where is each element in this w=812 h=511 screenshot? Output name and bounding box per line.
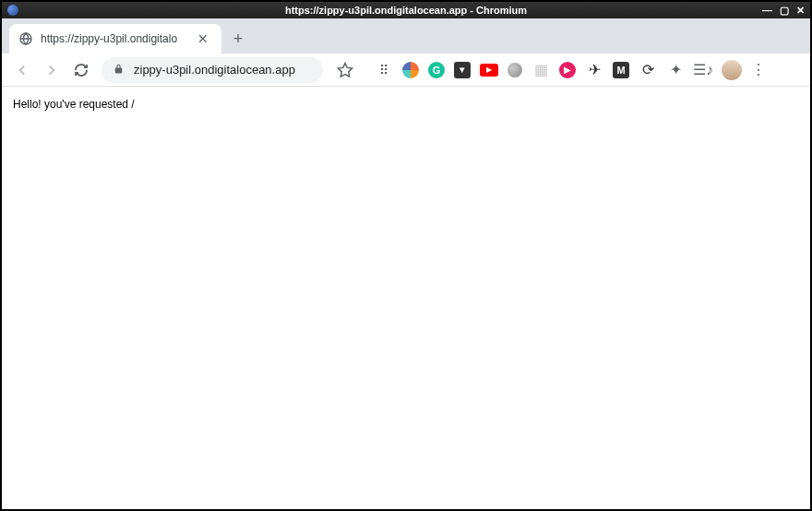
- maximize-button[interactable]: ▢: [780, 6, 789, 16]
- window-controls: — ▢ ✕: [762, 6, 805, 16]
- close-tab-button[interactable]: ✕: [196, 31, 210, 46]
- window-title: https://zippy-u3pil.ondigitalocean.app -…: [285, 5, 527, 16]
- rocket-icon[interactable]: ✈: [585, 61, 603, 79]
- tab-strip: https://zippy-u3pil.ondigitalo ✕ +: [2, 18, 810, 53]
- m-extension-icon[interactable]: M: [613, 62, 629, 78]
- reading-list-icon[interactable]: ☰♪: [694, 61, 712, 79]
- close-window-button[interactable]: ✕: [796, 6, 805, 16]
- globe-icon: [18, 31, 33, 46]
- reload-button[interactable]: [68, 57, 94, 83]
- lock-icon: [113, 63, 125, 77]
- profile-avatar[interactable]: [722, 60, 742, 80]
- back-button[interactable]: [9, 57, 35, 83]
- minimize-button[interactable]: —: [762, 6, 772, 16]
- color-extension-icon[interactable]: [402, 62, 419, 78]
- browser-window: https://zippy-u3pil.ondigitalocean.app -…: [0, 0, 812, 511]
- extensions-area: ⠿ G ▾ ▶ ▦ ▶ ✈ M ⟳ ✦ ☰♪: [375, 60, 742, 80]
- pocket-icon[interactable]: ▾: [454, 62, 471, 78]
- youtube-icon[interactable]: ▶: [480, 64, 498, 77]
- grammarly-icon[interactable]: G: [428, 62, 445, 78]
- toolbar: zippy-u3pil.ondigitalocean.app ⠿ G ▾ ▶ ▦…: [2, 53, 810, 87]
- title-bar: https://zippy-u3pil.ondigitalocean.app -…: [2, 2, 810, 18]
- app-icon: [7, 5, 18, 16]
- browser-tab[interactable]: https://zippy-u3pil.ondigitalo ✕: [9, 24, 221, 53]
- grey-extension-icon[interactable]: [508, 63, 522, 77]
- page-content: Hello! you've requested /: [2, 87, 810, 509]
- bookmark-button[interactable]: [332, 57, 358, 83]
- tab-title: https://zippy-u3pil.ondigitalo: [41, 32, 188, 45]
- grid-extension-icon[interactable]: ▦: [531, 61, 550, 79]
- menu-button[interactable]: ⋮: [746, 57, 771, 83]
- refresh-extension-icon[interactable]: ⟳: [639, 61, 657, 79]
- address-bar[interactable]: zippy-u3pil.ondigitalocean.app: [102, 57, 323, 83]
- url-text: zippy-u3pil.ondigitalocean.app: [134, 63, 312, 77]
- forward-button[interactable]: [39, 57, 65, 83]
- pink-extension-icon[interactable]: ▶: [559, 62, 576, 78]
- dropbox-icon[interactable]: ⠿: [375, 61, 393, 79]
- extensions-button[interactable]: ✦: [666, 61, 685, 79]
- page-text: Hello! you've requested /: [13, 98, 135, 111]
- new-tab-button[interactable]: +: [225, 26, 251, 52]
